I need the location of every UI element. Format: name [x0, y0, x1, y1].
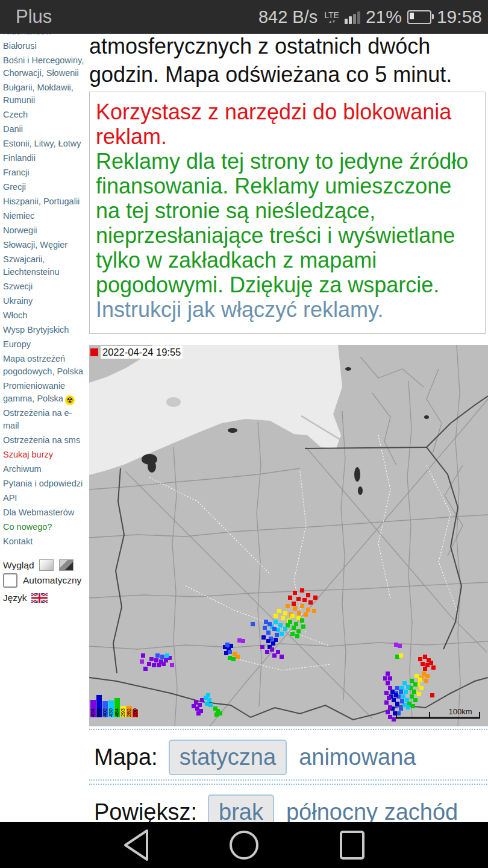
current-interval-icon	[90, 348, 98, 356]
appearance-settings: Wygląd Automatyczny	[3, 559, 81, 588]
sidebar-link-estonii-litwy-otwy[interactable]: Estonii, Litwy, Łotwy	[3, 137, 87, 150]
legend-bar: 560	[96, 695, 102, 717]
adblock-notice: Korzystasz z narzędzi do blokowania rekl…	[89, 92, 486, 334]
sidebar-link-francji[interactable]: Francji	[3, 166, 87, 179]
map-mode-option-animowana[interactable]: animowana	[299, 744, 416, 770]
sidebar-tool-links: Mapa ostrzeżeń pogodowych, PolskaPromien…	[3, 353, 87, 550]
sidebar-country-links: NiderlandówBiałorusiBośni i Hercegowiny,…	[3, 25, 87, 353]
sidebar-link-archiwum[interactable]: Archiwum	[3, 463, 87, 476]
appearance-label: Wygląd	[3, 560, 34, 571]
sidebar-link-szukaj-burzy[interactable]: Szukaj burzy	[3, 448, 87, 461]
sidebar-link-norwegii[interactable]: Norwegii	[3, 224, 87, 237]
language-setting: Język	[3, 593, 48, 603]
sidebar-link-szwecji[interactable]: Szwecji	[3, 280, 87, 293]
home-icon[interactable]	[231, 832, 257, 858]
sidebar-link-s-owacji-w-gier[interactable]: Słowacji, Węgier	[3, 239, 87, 251]
carrier-label: Plus	[16, 6, 52, 28]
map-mode-row: Mapa:statycznaanimowana	[89, 729, 488, 781]
data-rate-label: 842 B/s	[258, 7, 318, 27]
android-nav-bar	[0, 822, 488, 868]
legend-bar: 484	[114, 698, 120, 717]
battery-percent-label: 21%	[366, 7, 402, 27]
dark-theme-swatch[interactable]	[59, 559, 74, 571]
sidebar-link-danii[interactable]: Danii	[3, 123, 87, 136]
strike-count-legend: 434560402430484293282200	[90, 695, 138, 717]
radioactive-icon: ☢	[65, 395, 75, 405]
map-mode-label: Mapa:	[94, 744, 158, 770]
sidebar-link-mapa-ostrze-e-pogodowych-polska[interactable]: Mapa ostrzeżeń pogodowych, Polska	[3, 353, 87, 378]
auto-theme-checkbox[interactable]	[3, 573, 17, 588]
signal-bars-icon	[345, 10, 360, 24]
sidebar-link-promieniowanie-gamma-polska[interactable]: Promieniowanie gamma, Polska☢	[3, 380, 87, 405]
sidebar-link-bu-garii-mo-dawii-rumunii[interactable]: Bułgarii, Mołdawii, Rumunii	[3, 81, 87, 107]
scale-label: 100km	[448, 707, 472, 716]
sidebar-link-wysp-brytyjskich[interactable]: Wysp Brytyjskich	[3, 324, 87, 336]
sidebar-link-api[interactable]: API	[3, 492, 87, 505]
legend-bar: 430	[108, 700, 114, 717]
zoom-option-p-nocny-zach-d[interactable]: północny zachód	[286, 799, 458, 825]
sidebar-link-europy[interactable]: Europy	[3, 338, 87, 351]
uk-flag-icon[interactable]	[31, 593, 48, 603]
map-scale-bar: 100km	[393, 703, 483, 722]
sidebar-link-bo-ni-i-hercegowiny-chorwacji-s-owenii[interactable]: Bośni i Hercegowiny, Chorwacji, Słowenii	[3, 54, 87, 80]
sidebar-link-bia-orusi[interactable]: Białorusi	[3, 40, 87, 52]
sidebar-link-w-och[interactable]: Włoch	[3, 309, 87, 322]
sidebar-link-pytania-i-odpowiedzi[interactable]: Pytania i odpowiedzi	[3, 477, 87, 490]
adblock-instructions-link[interactable]: Instrukcji jak włączyć reklamy.	[96, 297, 383, 322]
legend-bar: 293	[120, 706, 126, 717]
sidebar-link-ostrze-enia-na-e-mail[interactable]: Ostrzeżenia na e-mail	[3, 407, 87, 432]
legend-bar: 402	[102, 701, 108, 717]
legend-bar: 282	[127, 706, 132, 717]
sidebar-link-grecji[interactable]: Grecji	[3, 181, 87, 193]
status-bar: Plus 842 B/s LTE ▲▼ 21% 19:58	[0, 0, 488, 34]
phone-screen: { "status_bar": { "carrier": "Plus", "da…	[0, 0, 488, 868]
sidebar-link-hiszpanii-portugalii[interactable]: Hiszpanii, Portugalii	[3, 195, 87, 208]
map-mode-option-statyczna[interactable]: statyczna	[169, 740, 287, 775]
adblock-warning: Korzystasz z narzędzi do blokowania rekl…	[96, 99, 479, 149]
clock-label: 19:58	[437, 7, 482, 27]
back-icon[interactable]	[125, 831, 147, 860]
lightning-map[interactable]: 2022-04-24 19:55 43456040243048429328220…	[89, 345, 488, 726]
battery-icon	[407, 10, 431, 24]
lte-icon: LTE ▲▼	[324, 11, 339, 24]
sidebar-link-co-nowego[interactable]: Co nowego?	[3, 521, 87, 533]
sidebar-link-niemiec[interactable]: Niemiec	[3, 210, 87, 222]
timestamp-label: 2022-04-24 19:55	[101, 346, 183, 359]
status-icons: 842 B/s LTE ▲▼ 21% 19:58	[258, 0, 482, 34]
sidebar-link-dla-webmaster-w[interactable]: Dla Webmasterów	[3, 506, 87, 519]
sidebar-link-ukrainy[interactable]: Ukrainy	[3, 295, 87, 307]
zoom-label: Powiększ:	[94, 799, 197, 825]
map-timestamp: 2022-04-24 19:55	[90, 346, 183, 359]
sidebar-link-ostrze-enia-na-sms[interactable]: Ostrzeżenia na sms	[3, 434, 87, 447]
sidebar-link-finlandii[interactable]: Finlandii	[3, 152, 87, 165]
light-theme-swatch[interactable]	[39, 559, 54, 571]
intro-text: atmosferycznych z ostatnich dwóch godzin…	[89, 32, 488, 89]
sidebar-link-szwajcarii-liechtensteinu[interactable]: Szwajcarii, Liechtensteinu	[3, 253, 87, 278]
legend-bar: 200	[133, 709, 138, 717]
legend-bar: 434	[90, 700, 96, 717]
recents-icon[interactable]	[341, 832, 363, 858]
sidebar-link-czech[interactable]: Czech	[3, 108, 87, 121]
language-label: Język	[3, 593, 27, 603]
adblock-message: Reklamy dla tej strony to jedyne źródło …	[96, 149, 468, 297]
auto-theme-label: Automatyczny	[23, 575, 81, 586]
map-canvas	[89, 345, 488, 726]
sidebar-link-kontakt[interactable]: Kontakt	[3, 535, 87, 548]
